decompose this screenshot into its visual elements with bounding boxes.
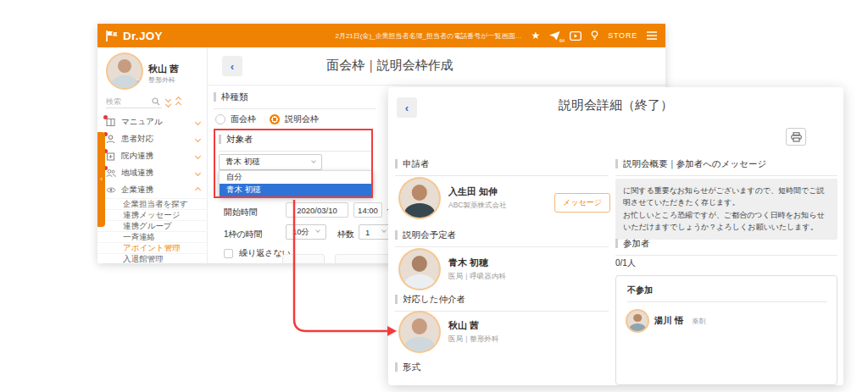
presenter-name: 青木 初穂 [448,257,506,269]
collapse-all-icon[interactable] [166,97,170,107]
chevron-down-icon [195,152,201,158]
search-icon[interactable] [152,97,160,106]
absent-box: 不参加 湯川 悟 薬剤 [615,275,837,385]
absent-person-row: 湯川 悟 薬剤 [627,311,826,331]
radio-session-slot[interactable] [270,114,280,124]
star-icon[interactable]: ★ [531,30,540,41]
slot-count-select[interactable]: 1 [359,224,392,240]
submenu-messages[interactable]: 連携メッセージ [97,209,208,220]
profile-avatar [108,54,142,88]
sidebar: 秋山 茜 整形外科 マニュアル 患者対応 [97,47,208,263]
format-section-header: 形式 [395,362,609,378]
form-button-save-ghost[interactable] [335,254,396,263]
sidebar-item-patients[interactable]: 患者対応 [97,130,208,147]
radio-meeting-slot[interactable] [215,114,225,124]
message-button[interactable]: メッセージ [554,193,610,213]
sidebar-item-company[interactable]: 企業連携 [97,181,208,198]
top-navbar: Dr.JOY 2月21日(金)_企業担当者名簿_担当者の電話番号が一覧画面… ★… [97,24,665,47]
repeat-checkbox[interactable] [224,249,233,258]
sidebar-item-label: 地域連携 [121,168,191,179]
send-count-badge: 64 [559,38,565,43]
sidebar-item-label: 患者対応 [121,134,191,145]
applicant-avatar [400,179,439,218]
camera-badge-icon[interactable] [134,80,142,88]
page: Dr.JOY 2月21日(金)_企業担当者名簿_担当者の電話番号が一覧画面… ★… [0,0,868,392]
applicant-person-row: 入生田 知伸 ABC製薬株式会社 [400,179,506,218]
app-logo[interactable]: Dr.JOY [106,30,163,42]
applicant-name: 入生田 知伸 [448,185,506,198]
sidebar-item-label: マニュアル [121,117,191,128]
overview-section-header: 説明会概要｜参加者へのメッセージ [615,158,837,176]
chevron-down-icon [195,119,201,124]
sidebar-item-manual[interactable]: マニュアル [97,113,208,130]
logo-text: Dr.JOY [123,30,163,42]
company-icon [105,185,116,196]
mediator-person-row: 秋山 茜 医局｜整形外科 [400,312,498,351]
mediator-org: 医局｜整形外科 [448,334,498,345]
absent-name: 湯川 悟 [654,315,683,327]
menu-icon[interactable] [647,31,657,40]
dropdown-option-aoki[interactable]: 青木 初穂 [220,184,372,196]
target-select[interactable]: 青木 初穂 [219,154,322,170]
absent-avatar [627,311,648,331]
store-link[interactable]: STORE [608,31,637,40]
presenter-person-row: 青木 初穂 医局｜呼吸器内科 [400,250,506,289]
presenter-avatar [400,250,439,289]
submenu-appointments[interactable]: アポイント管理 [97,242,208,253]
lightbulb-icon[interactable] [591,30,598,41]
date-input[interactable]: 2020/03/10 [286,202,348,218]
mediator-section-header: 対応した仲介者 [395,294,609,312]
absent-label: 不参加 [627,284,827,302]
chevron-up-icon [195,186,201,192]
book-icon [105,117,116,128]
duration-label: 1枠の時間 [224,229,263,240]
sidebar-search [106,93,199,110]
profile-department: 整形外科 [148,75,175,85]
overview-message: に関する重要なお知らせがございますので、短時間でご説明させていただきたく存じます… [615,179,837,240]
participants-section-header: 参加者 [615,238,837,256]
video-icon[interactable] [570,31,581,41]
submenu-find-contact[interactable]: 企業担当者を探す [97,198,208,209]
expand-all-icon[interactable] [176,97,181,107]
mediator-avatar [400,312,439,351]
presenter-org: 医局｜呼吸器内科 [448,272,506,282]
submenu-groups[interactable]: 連携グループ [97,220,208,231]
slot-type-radios: 面会枠 説明会枠 [215,113,319,125]
logo-flag-icon [106,30,119,41]
page-title: 面会枠｜説明会枠作成 [208,58,572,74]
target-dropdown: 自分 青木 初穂 [219,170,373,197]
sidebar-item-region[interactable]: 地域連携 [97,164,208,181]
company-submenu: 企業担当者を探す 連携メッセージ 連携グループ 一斉連絡 アポイント管理 入退館… [97,198,208,263]
sidebar-item-hospital[interactable]: 院内連携 [97,147,208,164]
sidebar-item-label: 企業連携 [121,185,191,196]
notification-dot [103,115,108,119]
news-ticker[interactable]: 2月21日(金)_企業担当者名簿_担当者の電話番号が一覧画面… [335,31,521,41]
collapse-chevron-icon: ‹ [100,176,103,183]
profile-block: 秋山 茜 整形外科 [97,52,208,90]
applicant-section-header: 申請者 [395,158,609,176]
repeat-checkbox-row: 繰り返さない [224,247,291,259]
submenu-entry-exit[interactable]: 入退館管理 [97,253,208,263]
slot-type-section-header: 枠種類 [214,91,376,109]
header-divider [208,85,665,86]
duration-select[interactable]: 10分 [286,224,326,240]
sidebar-collapse-handle[interactable]: ‹ [97,132,105,227]
slot-count-label: 枠数 [337,229,354,240]
paper-plane-icon[interactable]: 64 [549,31,560,41]
absent-role: 薬剤 [692,317,705,326]
dropdown-option-self[interactable]: 自分 [220,171,372,184]
participants-count: 0/1人 [615,257,636,269]
mediator-name: 秋山 茜 [448,319,498,332]
time-from-input[interactable]: 14:00 [353,202,382,218]
people-icon [105,168,116,179]
hospital-icon [105,151,116,162]
session-detail-card: ‹ 説明会詳細（終了） 申請者 入生田 知伸 ABC製薬株式会社 メッセージ 説… [388,87,843,385]
sidebar-menu: マニュアル 患者対応 院内連携 地域連携 [97,113,208,263]
sidebar-item-label: 院内連携 [121,151,191,162]
profile-name: 秋山 茜 [148,63,179,75]
submenu-broadcast[interactable]: 一斉連絡 [97,231,208,242]
start-time-label: 開始時間 [224,207,258,218]
print-icon[interactable] [786,128,806,146]
form-button-cancel-ghost[interactable] [282,254,325,263]
applicant-org: ABC製薬株式会社 [448,201,506,211]
